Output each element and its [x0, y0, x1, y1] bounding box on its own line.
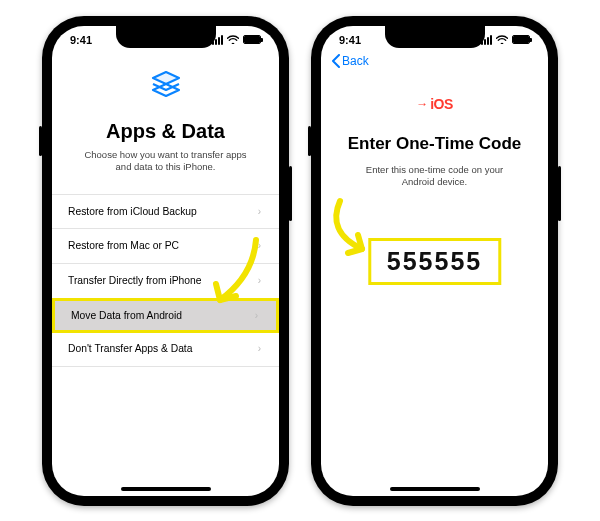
chevron-right-icon: ›: [258, 240, 261, 251]
option-label: Restore from Mac or PC: [68, 240, 179, 251]
screen1-title: Apps & Data: [52, 120, 279, 143]
battery-icon: [243, 35, 261, 44]
screen-apps-and-data: 9:41 Apps & Data Choose: [52, 26, 279, 496]
option-label: Restore from iCloud Backup: [68, 206, 197, 217]
back-button[interactable]: Back: [331, 54, 369, 68]
arrow-right-icon: →: [416, 97, 428, 111]
option-restore-icloud[interactable]: Restore from iCloud Backup ›: [52, 194, 279, 229]
option-restore-mac-pc[interactable]: Restore from Mac or PC ›: [52, 229, 279, 264]
option-move-from-android[interactable]: Move Data from Android ›: [52, 298, 279, 333]
chevron-right-icon: ›: [255, 310, 258, 321]
screen2-subtitle: Enter this one-time code on your Android…: [321, 164, 548, 190]
wifi-icon: [227, 35, 239, 44]
option-dont-transfer[interactable]: Don't Transfer Apps & Data ›: [52, 332, 279, 367]
screen1-subtitle: Choose how you want to transfer apps and…: [52, 149, 279, 175]
status-time: 9:41: [70, 34, 92, 46]
chevron-left-icon: [331, 54, 340, 68]
home-indicator: [121, 487, 211, 491]
home-indicator: [390, 487, 480, 491]
option-label: Move Data from Android: [71, 310, 182, 321]
one-time-code: 555555: [368, 238, 501, 285]
apps-data-hero-icon: [145, 66, 187, 108]
back-label: Back: [342, 54, 369, 68]
status-right: [481, 35, 530, 45]
transfer-options-list: Restore from iCloud Backup › Restore fro…: [52, 194, 279, 367]
chevron-right-icon: ›: [258, 275, 261, 286]
option-transfer-iphone[interactable]: Transfer Directly from iPhone ›: [52, 264, 279, 299]
iphone-mockup-2: 9:41 Back → iOS Enter One-Time Code Ente…: [311, 16, 558, 506]
notch: [116, 26, 216, 48]
status-time: 9:41: [339, 34, 361, 46]
screen2-title: Enter One-Time Code: [321, 134, 548, 154]
chevron-right-icon: ›: [258, 206, 261, 217]
option-label: Don't Transfer Apps & Data: [68, 343, 192, 354]
notch: [385, 26, 485, 48]
option-label: Transfer Directly from iPhone: [68, 275, 202, 286]
ios-logo-text: iOS: [430, 96, 453, 112]
chevron-right-icon: ›: [258, 343, 261, 354]
battery-icon: [512, 35, 530, 44]
move-to-ios-logo: → iOS: [414, 94, 456, 114]
iphone-mockup-1: 9:41 Apps & Data Choose: [42, 16, 289, 506]
status-right: [212, 35, 261, 45]
wifi-icon: [496, 35, 508, 44]
screen-enter-code: 9:41 Back → iOS Enter One-Time Code Ente…: [321, 26, 548, 496]
